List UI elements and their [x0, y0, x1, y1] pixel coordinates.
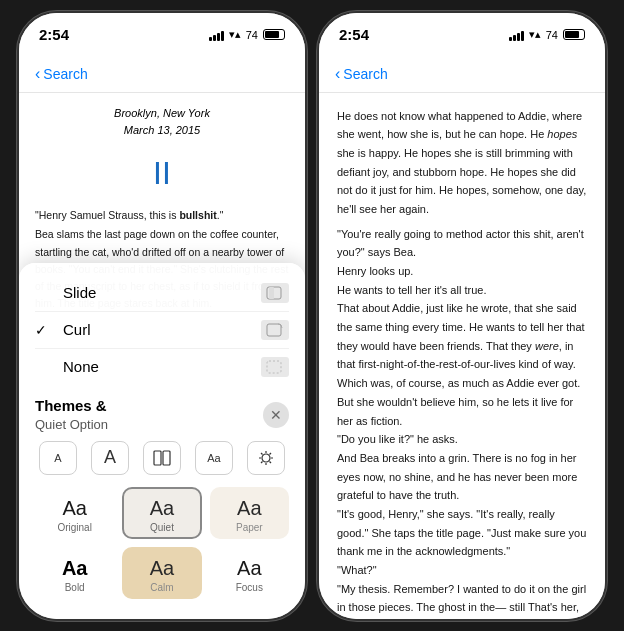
overlay-panel: Slide ✓ Curl	[19, 263, 305, 619]
nav-bar-left: ‹ Search	[19, 57, 305, 93]
battery-label-left: 74	[246, 29, 258, 41]
chapter-number: II	[35, 148, 289, 199]
theme-original-name: Original	[43, 522, 106, 533]
theme-bold-inner: Aa Bold	[37, 549, 112, 597]
slide-svg	[266, 286, 284, 300]
none-icon	[261, 357, 289, 377]
theme-quiet-aa: Aa	[130, 497, 193, 520]
right-para7: "Do you like it?" he asks.	[337, 430, 587, 449]
back-button-right[interactable]: ‹ Search	[335, 65, 388, 83]
curl-text: Curl	[63, 321, 91, 338]
slide-text: Slide	[63, 284, 96, 301]
themes-title: Themes &	[35, 397, 107, 414]
font-large-button[interactable]: A	[91, 441, 129, 475]
rbar3	[517, 33, 520, 41]
transition-options: Slide ✓ Curl	[35, 275, 289, 385]
svg-line-14	[261, 461, 263, 463]
theme-paper-name: Paper	[218, 522, 281, 533]
signal-bars-left	[209, 29, 224, 41]
left-phone: 2:54 ▾▴ 74 ‹ Search	[17, 11, 307, 621]
battery-label-right: 74	[546, 29, 558, 41]
status-time-left: 2:54	[39, 26, 69, 43]
none-label: None	[35, 358, 99, 375]
back-label-left: Search	[43, 66, 87, 82]
right-para11: "My thesis. Remember? I wanted to do it …	[337, 580, 587, 621]
font-large-label: A	[104, 447, 116, 468]
theme-paper-inner: Aa Paper	[212, 489, 287, 537]
bar2	[213, 35, 216, 41]
right-para2: "You're really going to method actor thi…	[337, 225, 587, 262]
status-bar-right: 2:54 ▾▴ 74	[319, 13, 605, 57]
wifi-icon-left: ▾▴	[229, 28, 241, 41]
theme-quiet[interactable]: Aa Quiet	[122, 487, 201, 539]
battery-icon-left	[263, 29, 285, 40]
theme-grid: Aa Original Aa Quiet Aa Paper	[35, 487, 289, 599]
status-bar-left: 2:54 ▾▴ 74	[19, 13, 305, 57]
curl-icon	[261, 320, 289, 340]
book-icon	[153, 450, 171, 466]
svg-rect-5	[163, 451, 170, 465]
status-icons-left: ▾▴ 74	[209, 28, 285, 41]
theme-focus-inner: Aa Focus	[212, 549, 287, 597]
svg-line-13	[270, 453, 272, 455]
book-content-right: He does not know what happened to Addie,…	[319, 93, 605, 621]
status-time-right: 2:54	[339, 26, 369, 43]
theme-focus-name: Focus	[218, 582, 281, 593]
right-phone: 2:54 ▾▴ 74 ‹ Search	[317, 11, 607, 621]
quiet-option-text: Quiet Option	[35, 417, 108, 432]
font-small-button[interactable]: A	[39, 441, 77, 475]
transition-none[interactable]: None	[35, 349, 289, 385]
right-para3: Henry looks up.	[337, 262, 587, 281]
right-para1: He does not know what happened to Addie,…	[337, 107, 587, 219]
nav-bar-right: ‹ Search	[319, 57, 605, 93]
right-para6: But she wouldn't believe him, so he lets…	[337, 393, 587, 430]
none-text: None	[63, 358, 99, 375]
right-para10: "What?"	[337, 561, 587, 580]
status-icons-right: ▾▴ 74	[509, 28, 585, 41]
theme-original-inner: Aa Original	[37, 489, 112, 537]
book-style-button[interactable]	[143, 441, 181, 475]
theme-calm-name: Calm	[130, 582, 193, 593]
back-arrow-right: ‹	[335, 65, 340, 83]
svg-rect-3	[267, 361, 281, 373]
back-label-right: Search	[343, 66, 387, 82]
theme-focus[interactable]: Aa Focus	[210, 547, 289, 599]
brightness-button[interactable]	[247, 441, 285, 475]
rbar4	[521, 31, 524, 41]
brightness-icon	[258, 450, 274, 466]
svg-point-6	[262, 454, 270, 462]
theme-paper-aa: Aa	[218, 497, 281, 520]
theme-bold-aa: Aa	[43, 557, 106, 580]
back-button-left[interactable]: ‹ Search	[35, 65, 88, 83]
font-settings-label: Aa	[207, 452, 220, 464]
bar1	[209, 37, 212, 41]
font-settings-button[interactable]: Aa	[195, 441, 233, 475]
bar3	[217, 33, 220, 41]
rbar1	[509, 37, 512, 41]
bar4	[221, 31, 224, 41]
theme-original-aa: Aa	[43, 497, 106, 520]
svg-line-12	[270, 461, 272, 463]
theme-calm[interactable]: Aa Calm	[122, 547, 201, 599]
curl-svg	[266, 323, 284, 337]
battery-fill-right	[565, 31, 579, 38]
theme-bold-name: Bold	[43, 582, 106, 593]
theme-quiet-name: Quiet	[130, 522, 193, 533]
slide-label: Slide	[35, 284, 96, 301]
right-para8: And Bea breaks into a grin. There is no …	[337, 449, 587, 505]
transition-curl[interactable]: ✓ Curl	[35, 312, 289, 349]
right-para5: That about Addie, just like he wrote, th…	[337, 299, 587, 392]
theme-original[interactable]: Aa Original	[35, 487, 114, 539]
svg-line-11	[261, 453, 263, 455]
theme-bold[interactable]: Aa Bold	[35, 547, 114, 599]
themes-section-label: Themes & Quiet Option	[35, 397, 108, 433]
right-para9: "It's good, Henry," she says. "It's real…	[337, 505, 587, 561]
battery-fill-left	[265, 31, 279, 38]
svg-rect-4	[154, 451, 161, 465]
back-arrow-left: ‹	[35, 65, 40, 83]
theme-focus-aa: Aa	[218, 557, 281, 580]
close-button[interactable]: ✕	[263, 402, 289, 428]
transition-slide[interactable]: Slide	[35, 275, 289, 312]
theme-paper[interactable]: Aa Paper	[210, 487, 289, 539]
phones-container: 2:54 ▾▴ 74 ‹ Search	[7, 1, 617, 631]
